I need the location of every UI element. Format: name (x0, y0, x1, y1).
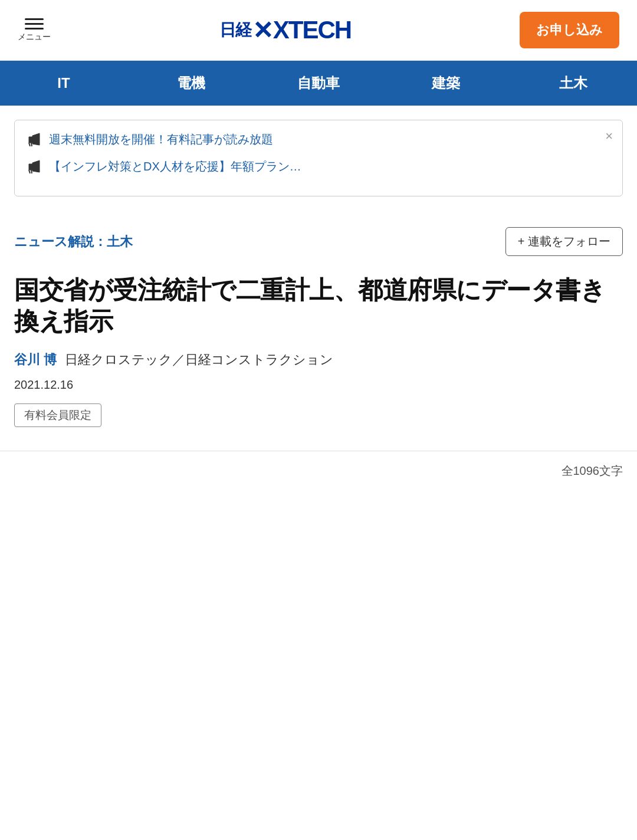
hamburger-line-2 (25, 23, 44, 25)
follow-button[interactable]: + 連載をフォロー (505, 227, 623, 256)
nav-item-denki[interactable]: 電機 (127, 61, 255, 106)
menu-label: メニュー (18, 32, 51, 42)
nav-item-kenchiku[interactable]: 建築 (382, 61, 510, 106)
site-logo[interactable]: 日経 ✕ XTECH (219, 16, 351, 45)
article-meta-row: ニュース解説：土木 + 連載をフォロー (0, 211, 637, 265)
notice-item-1[interactable]: 週末無料開放を開催！有料記事が読み放題 (27, 131, 610, 150)
paid-badge: 有料会員限定 (14, 403, 101, 427)
notice-text-1[interactable]: 週末無料開放を開催！有料記事が読み放題 (49, 131, 273, 147)
char-count: 全1096文字 (0, 451, 637, 491)
megaphone-icon-2 (27, 159, 42, 177)
notice-text-2[interactable]: 【インフレ対策とDX人材を応援】年額プラン… (49, 158, 301, 175)
signup-button[interactable]: お申し込み (520, 12, 619, 48)
svg-marker-0 (29, 137, 32, 143)
logo-xtech: XTECH (273, 16, 351, 44)
svg-marker-1 (32, 133, 40, 145)
article-author-line: 谷川 博 日経クロステック／日経コンストラクション (0, 349, 637, 376)
menu-button[interactable]: メニュー (18, 18, 51, 42)
hamburger-line-3 (25, 28, 44, 29)
notice-item-2[interactable]: 【インフレ対策とDX人材を応援】年額プラン… (27, 158, 610, 177)
article-category[interactable]: ニュース解説：土木 (14, 233, 133, 251)
category-navbar: IT 電機 自動車 建築 土木 (0, 61, 637, 106)
article-date: 2021.12.16 (0, 376, 637, 401)
author-org: 日経クロステック／日経コンストラクション (65, 352, 333, 367)
site-header: メニュー 日経 ✕ XTECH お申し込み (0, 0, 637, 61)
notice-close-button[interactable]: × (605, 130, 613, 143)
logo-nikkei: 日経 (219, 19, 251, 41)
logo-x-icon: ✕ (252, 16, 272, 45)
svg-marker-4 (29, 164, 32, 170)
svg-line-7 (31, 170, 32, 173)
nav-item-jidosha[interactable]: 自動車 (255, 61, 382, 106)
hamburger-icon (25, 18, 44, 29)
svg-line-3 (31, 143, 32, 146)
svg-marker-5 (32, 160, 40, 172)
hamburger-line-1 (25, 18, 44, 20)
svg-line-2 (29, 143, 30, 146)
megaphone-icon-1 (27, 132, 42, 150)
nav-item-it[interactable]: IT (0, 62, 127, 104)
nav-item-doboku[interactable]: 土木 (510, 61, 637, 106)
svg-line-6 (29, 170, 30, 173)
author-name[interactable]: 谷川 博 (14, 352, 57, 367)
notice-box: 週末無料開放を開催！有料記事が読み放題 【インフレ対策とDX人材を応援】年額プラ… (14, 120, 623, 196)
article-title: 国交省が受注統計で二重計上、都道府県にデータ書き換え指示 (0, 265, 637, 349)
